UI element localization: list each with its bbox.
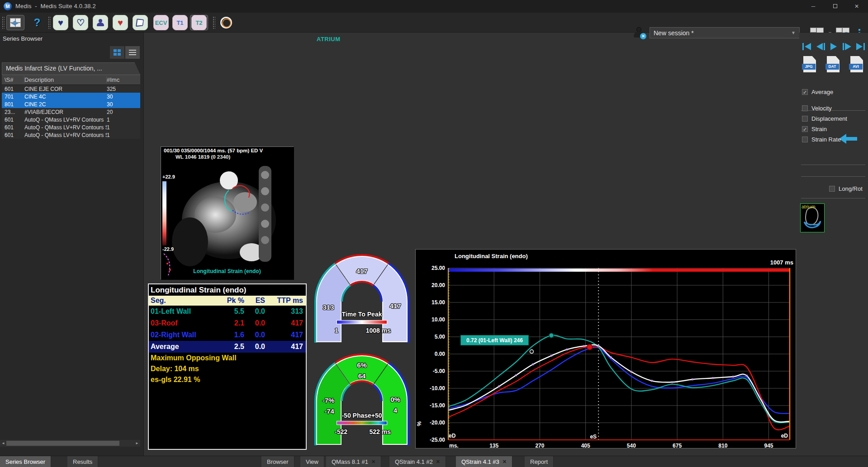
checkbox-velocity[interactable]: ✓Velocity: [802, 105, 832, 112]
window-level-overlay: WL 1046 1819 (0 2340): [175, 154, 230, 160]
table-row[interactable]: 23...#VIAB/EJECOR20: [2, 108, 140, 116]
close-tab-icon[interactable]: ✕: [371, 459, 375, 465]
table-row[interactable]: 601AutoQ - QMass LV+RV Contours SAX1: [2, 123, 140, 131]
t1-app-icon[interactable]: T1: [171, 15, 189, 30]
list-view-button[interactable]: [125, 46, 140, 59]
session-user-icon[interactable]: ✕: [631, 27, 646, 39]
checkbox-strain[interactable]: ✓Strain: [802, 126, 827, 132]
svg-text:15.00: 15.00: [432, 299, 445, 306]
step-forward-icon[interactable]: [841, 42, 853, 52]
svg-text:540: 540: [627, 443, 636, 448]
tab-qstrain-2[interactable]: QStrain 4.1 #2✕: [389, 456, 446, 467]
play-icon[interactable]: [828, 42, 840, 52]
table-row[interactable]: 601AutoQ - QMass LV+RV Contours1: [2, 116, 140, 123]
qflow-app-icon[interactable]: ♡: [71, 15, 90, 30]
skip-first-icon[interactable]: [801, 42, 813, 52]
time-to-peak-bullseye[interactable]: 417 313 417 Time To Peak 11008 ms: [314, 249, 410, 346]
svg-text:eD: eD: [449, 433, 456, 439]
session-dropdown[interactable]: New session *▼: [650, 27, 800, 38]
congenital-heart-app-icon[interactable]: ♥: [111, 15, 129, 30]
checkbox-strain-rate[interactable]: ✓Strain Rate: [802, 136, 841, 143]
medis-logo-icon: M: [4, 2, 12, 10]
tab-report[interactable]: Report: [525, 456, 554, 467]
back-arrow-icon[interactable]: [838, 133, 857, 146]
mri-viewport[interactable]: 001/30 035/0000/1044 ms. (57 bpm) ED V W…: [161, 146, 294, 279]
scroll-right-icon[interactable]: ►: [134, 440, 140, 447]
checkbox-long-rot[interactable]: ✓Long/Rot: [829, 185, 863, 192]
tab-qmass[interactable]: QMass 8.1 #1✕: [326, 456, 381, 467]
main-toolbar: ◀▶ ? ♥ ♡ ♥ ECV T1 T2 ✕ New session *▼ ▪ …: [0, 13, 868, 33]
colorbar-min: -22.9: [162, 246, 174, 252]
ttp-legend-title: Time To Peak: [330, 311, 394, 318]
svg-text:5.00: 5.00: [435, 334, 446, 340]
tab-browser[interactable]: Browser: [261, 456, 294, 467]
ttp-left-value: 313: [318, 303, 338, 311]
fetal-app-icon[interactable]: [91, 15, 109, 30]
export-avi-button[interactable]: AVI: [849, 56, 865, 74]
strain-table-header: Seg. Pk % ES TTP ms: [149, 296, 306, 306]
svg-text:810: 810: [718, 443, 727, 448]
ecv-app-icon[interactable]: ECV: [152, 15, 170, 30]
phase-bullseye[interactable]: 6% 64 -7% -74 0% 4 -50 Phase+50 -522522 …: [314, 349, 410, 448]
ttp-legend-range: 11008 ms: [335, 327, 391, 334]
layout-icon[interactable]: ◀▶: [6, 15, 24, 30]
grid-view-button[interactable]: [110, 46, 124, 59]
svg-text:20.00: 20.00: [432, 282, 445, 288]
qstrain-ring-icon[interactable]: [217, 15, 235, 30]
right-control-panel: JPG DAT AVI ✓Average ✓Velocity ✓Displace…: [799, 33, 868, 456]
checkbox-average[interactable]: ✓Average: [802, 89, 833, 95]
strain-chart-panel[interactable]: 25.0020.0015.0010.005.000.00-5.00-10.00-…: [415, 249, 796, 448]
study-tab[interactable]: Medis Infarct Size (LV Function, ...: [2, 62, 140, 75]
close-tab-icon[interactable]: ✕: [503, 459, 507, 465]
strain-table-title: Longitudinal Strain (endo): [149, 284, 306, 296]
close-tab-icon[interactable]: ✕: [436, 459, 440, 465]
mri-caption: Longitudinal Strain (endo): [161, 268, 293, 274]
scrollbar-thumb[interactable]: [6, 441, 119, 446]
toolbar-grip[interactable]: [48, 16, 51, 29]
toolbar-grip[interactable]: [213, 16, 215, 29]
export-dat-button[interactable]: DAT: [825, 56, 842, 74]
table-row[interactable]: 801CINE 2C30: [2, 100, 140, 108]
table-row[interactable]: 701CINE 4C30: [2, 93, 140, 100]
frame-info-overlay: 001/30 035/0000/1044 ms. (57 bpm) ED V: [164, 148, 263, 153]
toolbar-grip[interactable]: [2, 16, 5, 29]
svg-text:675: 675: [673, 443, 682, 448]
divider: [801, 176, 865, 177]
series-browser-panel: Series Browser Medis Infarct Size (LV Fu…: [0, 33, 144, 456]
horizontal-scrollbar[interactable]: ◄ ►: [0, 440, 140, 447]
skip-last-icon[interactable]: [854, 42, 866, 52]
qmass-app-icon[interactable]: ♥: [52, 15, 70, 30]
tab-qstrain-3[interactable]: QStrain 4.1 #3✕: [456, 456, 512, 467]
table-row[interactable]: 601CINE EJE COR325: [2, 85, 140, 93]
close-button[interactable]: ✕: [846, 0, 867, 13]
checkbox-displacement[interactable]: ✓Displacement: [802, 115, 847, 122]
step-back-icon[interactable]: [815, 42, 826, 52]
minimize-button[interactable]: ─: [803, 0, 824, 13]
svg-text:270: 270: [535, 443, 544, 448]
svg-text:ms.: ms.: [449, 443, 459, 448]
phase-top-pct: 6%: [353, 361, 371, 369]
phase-legend-title: -50 Phase+50: [330, 412, 394, 419]
maximize-button[interactable]: [825, 0, 845, 13]
svg-text:-25.00: -25.00: [430, 437, 445, 443]
svg-text:Longitudinal Strain (endo): Longitudinal Strain (endo): [455, 253, 528, 259]
phase-top-value: 64: [353, 372, 371, 380]
viewport-title: ATRIUM: [317, 36, 341, 42]
help-icon[interactable]: ?: [28, 15, 46, 30]
ttp-legend-colorbar: [337, 320, 387, 324]
svg-text:eD: eD: [781, 433, 788, 439]
tab-results[interactable]: Results: [67, 456, 98, 467]
table-row[interactable]: 601AutoQ - QMass LV+RV Contours SAX1: [2, 131, 140, 139]
delay-label: Delay: 104 ms: [149, 363, 306, 374]
wedge-app-icon[interactable]: [131, 15, 149, 30]
atrium-thumbnail[interactable]: atrium: [800, 203, 825, 232]
bottom-tab-bar: Series Browser Results Browser View QMas…: [0, 456, 868, 467]
export-jpg-button[interactable]: JPG: [802, 56, 818, 74]
tab-series-browser[interactable]: Series Browser: [0, 456, 51, 467]
tab-view[interactable]: View: [300, 456, 324, 467]
scroll-left-icon[interactable]: ◄: [0, 440, 6, 447]
series-table: \S# Description #Imc 601CINE EJE COR325 …: [2, 75, 140, 139]
t2-app-icon[interactable]: T2: [190, 15, 208, 30]
svg-text:-10.00: -10.00: [430, 385, 445, 392]
series-table-header[interactable]: \S# Description #Imc: [2, 75, 140, 85]
